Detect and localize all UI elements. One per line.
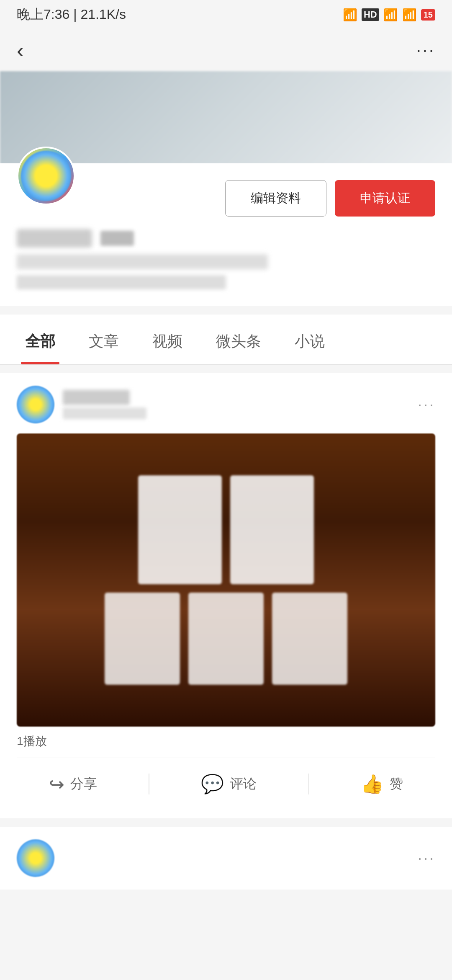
video-block-4: [188, 593, 264, 685]
profile-top: 编辑资料 申请认证: [17, 163, 435, 217]
video-row-1: [138, 475, 314, 584]
wifi-icon: 📶: [402, 8, 417, 22]
video-block-3: [105, 593, 180, 685]
action-divider-2: [308, 774, 309, 794]
tab-novel[interactable]: 小说: [278, 315, 342, 364]
post-user: [17, 386, 146, 423]
next-post-avatar: [17, 839, 54, 877]
post-card: ··· 1播放 ↪ 分享 💬 评论: [0, 373, 452, 818]
video-row-2: [105, 593, 347, 685]
profile-buttons: 编辑资料 申请认证: [225, 180, 435, 217]
tab-article[interactable]: 文章: [72, 315, 136, 364]
certify-button[interactable]: 申请认证: [335, 180, 435, 217]
post-more-button[interactable]: ···: [418, 396, 435, 413]
next-post-preview: ···: [0, 827, 452, 890]
profile-desc: [17, 254, 268, 269]
profile-section: 编辑资料 申请认证: [0, 163, 452, 306]
share-action[interactable]: ↪ 分享: [36, 767, 110, 802]
action-divider-1: [149, 774, 149, 794]
hd-icon: HD: [362, 8, 379, 21]
profile-tag: [100, 231, 134, 246]
post-actions: ↪ 分享 💬 评论 👍 赞: [17, 758, 435, 806]
edit-profile-button[interactable]: 编辑资料: [225, 180, 326, 217]
comment-icon: 💬: [201, 773, 224, 795]
play-count: 1播放: [17, 733, 435, 749]
like-label: 赞: [390, 775, 403, 793]
next-post-more-button[interactable]: ···: [418, 849, 435, 867]
nav-bar: ‹ ···: [0, 29, 452, 71]
profile-info: [17, 229, 435, 289]
post-username: [63, 390, 130, 405]
tab-micro[interactable]: 微头条: [199, 315, 278, 364]
avatar-image: [21, 151, 71, 201]
profile-stats: [17, 275, 226, 289]
video-block-2: [230, 475, 314, 584]
tabs-container: 全部 文章 视频 微头条 小说: [0, 315, 452, 365]
like-icon: 👍: [361, 773, 384, 795]
profile-name: [17, 229, 92, 248]
video-block-5: [272, 593, 347, 685]
battery-icon: 15: [421, 9, 435, 21]
back-button[interactable]: ‹: [17, 38, 24, 62]
post-header: ···: [17, 386, 435, 423]
share-label: 分享: [70, 775, 97, 793]
post-avatar: [17, 386, 54, 423]
signal2-icon: 📶: [383, 8, 398, 22]
content-area: ··· 1播放 ↪ 分享 💬 评论: [0, 373, 452, 818]
status-bar: 晚上7:36 | 21.1K/s 📶 HD 📶 📶 15: [0, 0, 452, 29]
avatar: [17, 147, 75, 205]
share-icon: ↪: [49, 774, 64, 795]
tab-video[interactable]: 视频: [136, 315, 199, 364]
video-thumbnail[interactable]: [17, 433, 435, 727]
status-time: 晚上7:36 | 21.1K/s: [17, 5, 126, 24]
status-icons: 📶 HD 📶 📶 15: [343, 8, 435, 22]
like-action[interactable]: 👍 赞: [348, 766, 416, 802]
comment-label: 评论: [230, 775, 257, 793]
comment-action[interactable]: 💬 评论: [188, 766, 269, 802]
profile-name-row: [17, 229, 435, 248]
tab-all[interactable]: 全部: [8, 315, 72, 364]
post-time: [63, 407, 146, 419]
signal-icon: 📶: [343, 8, 357, 22]
video-block-1: [138, 475, 222, 584]
more-button[interactable]: ···: [416, 41, 435, 59]
post-user-info: [63, 390, 146, 419]
